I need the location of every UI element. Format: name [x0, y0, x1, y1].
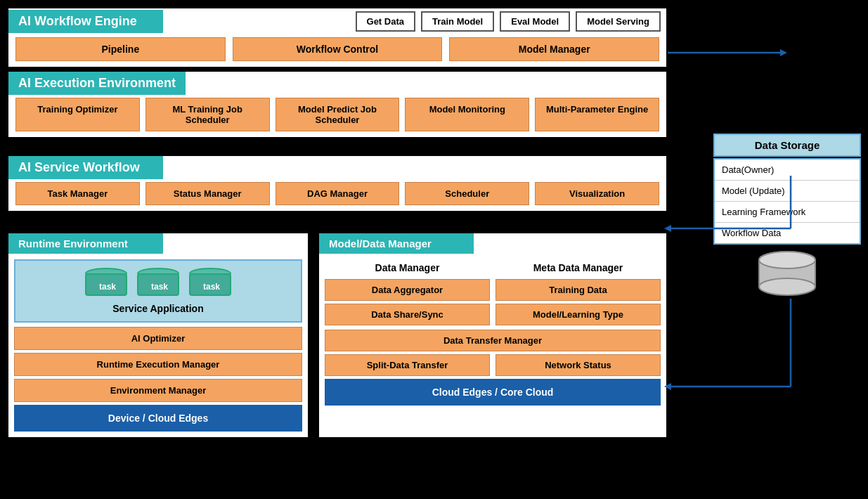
model-learning-type-box: Model/Learning Type — [495, 304, 661, 325]
workflow-control-box: Workflow Control — [233, 37, 443, 61]
scheduler-box: Scheduler — [405, 182, 529, 205]
ai-execution-section: AI Execution Environment Training Optimi… — [7, 70, 668, 138]
ai-workflow-engine-section: AI Workflow Engine Get Data Train Model … — [7, 7, 668, 68]
model-data-manager-section: Model/Data Manager Data Manager Data Agg… — [318, 232, 668, 439]
device-cloud-edges-box: Device / Cloud Edges — [14, 405, 302, 432]
diagram-wrapper: AI Workflow Engine Get Data Train Model … — [7, 7, 861, 492]
service-app-box: task task task — [14, 259, 302, 323]
data-storage-title: Data Storage — [713, 134, 861, 157]
bottom-panels: Runtime Environment task — [7, 232, 668, 439]
mdm-right-col: Meta Data Manager Training Data Model/Le… — [495, 259, 661, 325]
data-storage-panel: Data Storage Data(Owner) Model (Update) … — [713, 134, 861, 302]
svg-marker-8 — [664, 225, 671, 232]
ai-service-header-row: AI Service Workflow — [8, 156, 666, 179]
storage-item-learning-framework: Learning Framework — [715, 202, 860, 223]
service-app-label: Service Application — [21, 303, 295, 314]
train-model-button[interactable]: Train Model — [421, 11, 494, 32]
model-data-header-row: Model/Data Manager — [319, 233, 666, 254]
multi-parameter-engine-box: Multi-Parameter Engine — [535, 98, 659, 131]
storage-item-model-update: Model (Update) — [715, 181, 860, 202]
training-data-box: Training Data — [495, 279, 661, 301]
storage-items: Data(Owner) Model (Update) Learning Fram… — [713, 158, 861, 245]
ml-training-scheduler-box: ML Training Job Scheduler — [145, 98, 270, 131]
data-share-sync-box: Data Share/Sync — [325, 304, 490, 325]
meta-data-manager-label: Meta Data Manager — [495, 259, 661, 276]
cyl-label-1: task — [86, 282, 129, 292]
storage-item-data-owner: Data(Owner) — [715, 160, 860, 181]
data-transfer-manager-box: Data Transfer Manager — [325, 330, 661, 351]
mdm-bottom-row: Split-Data Transfer Network Status — [325, 354, 661, 376]
data-aggregator-box: Data Aggregator — [325, 279, 490, 301]
svg-point-2 — [759, 278, 815, 295]
pipeline-box: Pipeline — [15, 37, 226, 61]
model-manager-box: Model Manager — [449, 37, 659, 61]
cyl-body-3: task — [189, 273, 231, 296]
workflow-components-row: Pipeline Workflow Control Model Manager — [8, 34, 666, 67]
cyl-body-2: task — [137, 273, 179, 296]
runtime-inner: task task task — [8, 254, 308, 437]
workflow-buttons-row: Get Data Train Model Eval Model Model Se… — [350, 8, 666, 34]
runtime-env-section: Runtime Environment task — [7, 232, 309, 439]
dag-manager-box: DAG Manager — [276, 182, 400, 205]
cloud-edges-core-cloud-box: Cloud Edges / Core Cloud — [325, 379, 661, 406]
task-cylinder-3: task — [189, 268, 231, 299]
model-serving-button[interactable]: Model Serving — [576, 11, 661, 32]
ai-service-title: AI Service Workflow — [8, 156, 163, 179]
database-icon — [713, 250, 861, 302]
environment-manager-box: Environment Manager — [14, 379, 302, 402]
runtime-header-row: Runtime Environment — [8, 233, 308, 254]
svg-marker-5 — [780, 49, 787, 56]
model-data-inner: Data Manager Data Aggregator Data Share/… — [319, 254, 666, 411]
model-monitoring-box: Model Monitoring — [405, 98, 529, 131]
mdm-left-col: Data Manager Data Aggregator Data Share/… — [325, 259, 490, 325]
network-status-box: Network Status — [495, 354, 661, 376]
training-optimizer-box: Training Optimizer — [15, 98, 140, 131]
runtime-stacked: AI Optimizer Runtime Execution Manager E… — [14, 327, 302, 432]
split-data-transfer-box: Split-Data Transfer — [325, 354, 490, 376]
task-row: task task task — [21, 268, 295, 299]
ai-execution-title: AI Execution Environment — [8, 72, 186, 95]
runtime-execution-manager-box: Runtime Execution Manager — [14, 353, 302, 376]
task-cylinder-2: task — [137, 268, 179, 299]
cyl-label-3: task — [190, 282, 233, 292]
task-cylinder-1: task — [85, 268, 127, 299]
ai-service-section: AI Service Workflow Task Manager Status … — [7, 155, 668, 212]
mdm-top-row: Data Manager Data Aggregator Data Share/… — [325, 259, 661, 325]
data-manager-label: Data Manager — [325, 259, 490, 276]
svg-point-3 — [759, 252, 815, 268]
model-predict-scheduler-box: Model Predict Job Scheduler — [276, 98, 400, 131]
workflow-header-row: AI Workflow Engine Get Data Train Model … — [8, 8, 666, 34]
task-manager-box: Task Manager — [15, 182, 140, 205]
get-data-button[interactable]: Get Data — [356, 11, 415, 32]
model-data-title: Model/Data Manager — [319, 233, 474, 254]
ai-execution-header-row: AI Execution Environment — [8, 72, 666, 95]
cyl-label-2: task — [138, 282, 181, 292]
status-manager-box: Status Manager — [145, 182, 270, 205]
storage-item-workflow-data: Workflow Data — [715, 223, 860, 243]
service-components-row: Task Manager Status Manager DAG Manager … — [8, 179, 666, 211]
ai-optimizer-box: AI Optimizer — [14, 327, 302, 350]
runtime-env-title: Runtime Environment — [8, 233, 163, 254]
eval-model-button[interactable]: Eval Model — [500, 11, 570, 32]
ai-workflow-engine-title: AI Workflow Engine — [8, 10, 163, 33]
cyl-body-1: task — [85, 273, 127, 296]
visualization-box: Visualization — [535, 182, 659, 205]
exec-components-row: Training Optimizer ML Training Job Sched… — [8, 95, 666, 137]
